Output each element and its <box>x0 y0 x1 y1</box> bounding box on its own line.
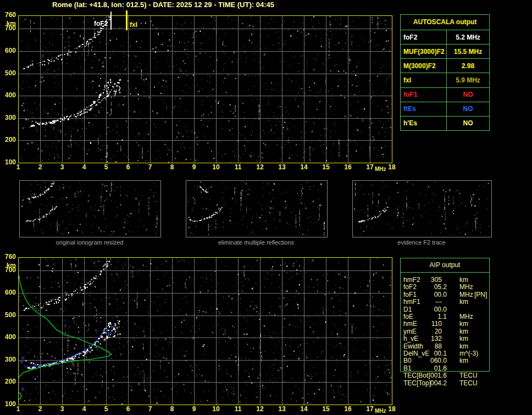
aip-param-note: [PN] <box>474 291 487 298</box>
x-axis-tick-label: 10 <box>209 406 223 413</box>
aip-row: foF205.2MHz <box>401 284 490 291</box>
y-axis-tick-label: 760 <box>0 253 16 261</box>
y-axis-tick-label: 300 <box>0 114 16 121</box>
aip-param-unit: MHz <box>459 313 473 320</box>
x-axis-tick-label: 11 <box>231 164 245 171</box>
x-axis-tick-label: 6 <box>121 164 135 171</box>
autoscala-param-label: foF2 <box>401 30 447 44</box>
x-axis-tick-label: 11 <box>231 406 245 413</box>
aip-param-value: 00.0 <box>403 306 447 313</box>
x-axis-tick-label: 7 <box>143 164 157 171</box>
aip-param-unit: km <box>459 343 468 350</box>
autoscala-param-value: 5.9 MHz <box>447 73 489 87</box>
y-axis-tick-label: 500 <box>0 70 16 77</box>
aip-row: Ewidth88km <box>401 343 490 350</box>
aip-param-value: 20 <box>403 328 442 335</box>
x-axis-tick-label: 18 <box>385 164 398 171</box>
aip-row: DelN_vE00.1m^(-3) <box>401 350 490 357</box>
x-axis-unit-label: MHz <box>375 408 386 414</box>
panel-original-ionogram <box>19 180 161 237</box>
y-axis-tick-label: 600 <box>0 289 16 296</box>
aip-row: D100.0 <box>401 306 490 313</box>
aip-param-value: 110 <box>403 320 442 328</box>
x-axis-tick-label: 1 <box>12 406 25 413</box>
aip-param-unit: km <box>459 328 468 335</box>
fxI-marker-label: fxI <box>130 21 137 29</box>
x-axis-tick-label: 7 <box>143 406 157 413</box>
aip-output-table: AIP output hmF2305kmfoF205.2MHzfoF100.0M… <box>400 258 490 372</box>
x-axis-tick-label: 13 <box>275 164 289 171</box>
autoscala-param-label: h'Es <box>401 117 447 130</box>
aip-param-unit: km <box>459 298 468 306</box>
aip-table-title: AIP output <box>401 261 489 269</box>
x-axis-tick-label: 6 <box>121 406 135 413</box>
y-axis-unit-label: km <box>0 20 16 27</box>
foF2-marker-label: foF2 <box>94 20 108 27</box>
x-axis-tick-label: 2 <box>34 164 47 171</box>
x-axis-tick-label: 1 <box>12 164 25 171</box>
station-date-time-title: Rome (lat: +41.8, lon: 012.5) - DATE: 20… <box>52 1 274 9</box>
foF2-marker-line <box>110 12 112 30</box>
aip-param-unit: TECU <box>459 380 478 387</box>
aip-row: TEC[Top]004.2TECU <box>401 380 490 387</box>
aip-param-value: 060.0 <box>403 357 447 364</box>
y-axis-tick-label: 500 <box>0 312 16 319</box>
aip-param-value: 05.2 <box>403 284 447 291</box>
y-axis-tick-label: 760 <box>0 12 16 19</box>
x-axis-tick-label: 12 <box>253 164 267 171</box>
aip-param-unit: m^(-3) <box>459 350 478 357</box>
aip-param-unit: TECU <box>459 372 478 379</box>
aip-row: ymE20km <box>401 328 490 335</box>
autoscala-param-label: fxI <box>401 73 447 87</box>
panel-caption-eliminate: eliminate multiple reflections <box>218 239 294 246</box>
x-axis-tick-label: 5 <box>99 406 113 413</box>
aip-param-value: 01.6 <box>403 365 447 372</box>
autoscala-param-label: M(3000)F2 <box>401 59 447 73</box>
autoscala-param-label: foF1 <box>401 88 447 102</box>
panel-eliminate-reflections <box>186 180 328 237</box>
x-axis-tick-label: 15 <box>319 164 332 171</box>
autoscala-table-rows: foF25.2 MHzMUF(3000)F215.5 MHzM(3000)F22… <box>401 30 489 130</box>
autoscala-param-value: 15.5 MHz <box>447 45 489 58</box>
y-axis-tick-label: 200 <box>0 378 16 385</box>
autoscala-row: h'EsNO <box>401 116 489 130</box>
aip-param-value: 88 <box>403 343 442 350</box>
aip-param-unit: km <box>459 335 468 342</box>
aip-param-unit: MHz <box>459 291 473 298</box>
autoscala-param-value: 2.98 <box>447 59 489 73</box>
panel-original-ionogram-canvas <box>20 181 159 236</box>
panel-evidence-f2-trace <box>352 180 492 237</box>
aip-row: foF100.0MHz[PN] <box>401 291 490 298</box>
aip-param-value: 305 <box>403 276 442 284</box>
autoscala-param-label: ftEs <box>401 102 447 116</box>
x-axis-tick-label: 4 <box>77 406 91 413</box>
aip-param-unit: km <box>459 320 468 328</box>
aip-param-value: 1.1 <box>403 313 447 320</box>
y-axis-tick-label: 200 <box>0 136 16 143</box>
aip-row: hmE110km <box>401 320 490 328</box>
aip-param-value: 004.2 <box>403 380 447 387</box>
panel-eliminate-reflections-canvas <box>186 181 326 236</box>
x-axis-tick-label: 12 <box>253 406 267 413</box>
aip-row: B0060.0km <box>401 357 490 364</box>
autoscala-table-title: AUTOSCALA output <box>401 15 489 30</box>
x-axis-tick-label: 4 <box>77 164 91 171</box>
autoscala-row: fxI5.9 MHz <box>401 73 489 87</box>
panel-caption-original: original ionogram resized <box>56 239 124 246</box>
y-axis-tick-label: 300 <box>0 356 16 363</box>
x-axis-tick-label: 8 <box>165 164 179 171</box>
x-axis-tick-label: 5 <box>99 164 113 171</box>
x-axis-tick-label: 18 <box>385 406 398 413</box>
x-axis-tick-label: 16 <box>341 164 354 171</box>
fxI-marker-line <box>126 10 128 30</box>
x-axis-tick-label: 13 <box>275 406 289 413</box>
aip-row: h_vE132km <box>401 335 490 342</box>
autoscala-param-value: NO <box>447 102 489 116</box>
aip-param-unit: MHz <box>459 284 473 291</box>
autoscala-row: foF1NO <box>401 87 489 102</box>
x-axis-unit-label: MHz <box>375 166 386 172</box>
autoscala-row: M(3000)F22.98 <box>401 58 489 73</box>
x-axis-tick-label: 9 <box>187 406 201 413</box>
x-axis-tick-label: 15 <box>319 406 332 413</box>
x-axis-tick-label: 14 <box>297 406 311 413</box>
